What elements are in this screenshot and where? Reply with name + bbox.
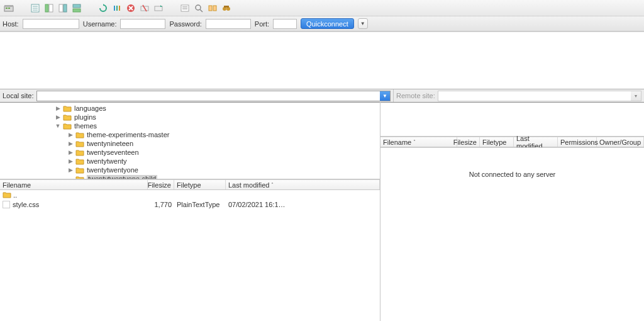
svg-rect-31 [213,6,216,11]
file-size: 1,770 [148,201,174,208]
svg-rect-9 [49,4,53,12]
folder-icon [3,191,11,198]
cancel-icon[interactable] [125,3,136,14]
quickconnect-bar: Host: Username: Password: Port: Quickcon… [0,16,644,31]
folder-icon [75,167,84,174]
quickconnect-button[interactable]: Quickconnect [301,18,354,29]
svg-rect-25 [181,5,189,11]
rcol-filesize[interactable]: Filesize [457,137,480,147]
tree-item-label: twentyseventeen [87,149,139,156]
local-file-list-header: Filename Filesize Filetype Last modified… [0,179,380,190]
folder-icon [63,114,72,121]
tree-item[interactable]: ▶plugins [0,113,380,121]
file-icon [3,201,10,208]
folder-icon [75,149,84,156]
folder-icon [63,123,72,130]
svg-rect-1 [4,5,13,7]
local-site-label: Local site: [3,92,34,99]
rcol-owner[interactable]: Owner/Group [597,137,644,147]
port-label: Port: [255,20,269,28]
process-queue-icon[interactable] [111,3,123,14]
file-row[interactable]: .. [0,190,380,200]
chevron-right-icon[interactable]: ▶ [68,132,73,138]
local-site-combo[interactable]: ▼ [36,91,391,101]
host-label: Host: [3,20,19,28]
tree-item-label: languages [74,104,106,112]
rcol-filetype[interactable]: Filetype [480,137,514,147]
reconnect-icon[interactable] [153,3,164,14]
svg-rect-23 [155,6,162,11]
rcol-permissions[interactable]: Permissions [558,137,597,147]
col-lastmod[interactable]: Last modified˄ [226,180,380,189]
toggle-remote-tree-icon[interactable] [57,3,69,14]
remote-empty-message: Not connected to any server [469,171,556,178]
tree-item-label: twentytwentyone [87,166,138,174]
folder-icon [75,140,84,147]
local-tree-pane[interactable]: ▶languages▶plugins▼themes▶theme-experime… [0,102,380,179]
tree-item[interactable]: twentytwentyone-child [0,174,380,179]
remote-tree-pane [380,102,644,137]
folder-icon [75,132,84,138]
username-input[interactable] [120,19,165,29]
disconnect-icon[interactable] [139,3,150,14]
toggle-local-tree-icon[interactable] [43,3,55,14]
svg-rect-3 [8,8,10,9]
tree-item[interactable]: ▶twentyseventeen [0,148,380,157]
svg-rect-13 [73,9,80,12]
search-icon[interactable] [193,3,204,14]
file-name: .. [13,191,17,199]
tree-item-label: theme-experiments-master [87,131,169,138]
site-manager-icon[interactable] [3,3,14,14]
rcol-lastmod[interactable]: Last modified [514,137,558,147]
main-toolbar [0,0,644,16]
chevron-right-icon[interactable]: ▶ [68,140,73,147]
site-path-row: Local site: ▼ Remote site: ▾ [0,89,644,102]
svg-rect-34 [224,6,229,8]
tree-item-label: twentynineteen [87,140,133,147]
col-filetype[interactable]: Filetype [174,180,226,189]
col-filename[interactable]: Filename [0,180,148,189]
file-row[interactable]: style.css1,770PlainTextType07/02/2021 16… [0,200,380,209]
chevron-right-icon[interactable]: ▶ [68,167,73,173]
rcol-filename[interactable]: Filename˄ [380,137,457,147]
message-log-pane [0,31,644,89]
password-label: Password: [169,20,201,28]
host-input[interactable] [23,19,79,29]
svg-rect-12 [73,4,80,8]
sort-asc-icon: ˄ [271,182,274,188]
chevron-right-icon[interactable]: ▶ [55,114,60,120]
chevron-down-icon[interactable]: ▼ [55,123,60,129]
col-filesize[interactable]: Filesize [148,180,174,189]
tree-item-label: themes [74,122,97,130]
file-type: PlainTextType [174,201,226,208]
binoculars-icon[interactable] [221,3,232,14]
tree-item[interactable]: ▶languages [0,104,380,113]
tree-item[interactable]: ▼themes [0,121,380,130]
remote-file-list-header: Filename˄ Filesize Filetype Last modifie… [380,137,644,147]
refresh-icon[interactable] [97,3,109,14]
quickconnect-dropdown[interactable]: ▼ [358,18,368,29]
toggle-log-icon[interactable] [30,3,41,14]
password-input[interactable] [206,19,251,29]
local-file-list[interactable]: ..style.css1,770PlainTextType07/02/2021 … [0,190,380,321]
filter-icon[interactable] [179,3,191,14]
tree-item[interactable]: ▶twentynineteen [0,139,380,148]
port-input[interactable] [273,19,297,29]
svg-point-28 [196,5,201,10]
chevron-right-icon[interactable]: ▶ [55,105,60,111]
svg-rect-30 [209,6,212,11]
tree-item[interactable]: ▶theme-experiments-master [0,130,380,139]
compare-icon[interactable] [207,3,218,14]
remote-file-list: Not connected to any server [380,147,644,321]
username-label: Username: [83,20,117,28]
chevron-right-icon[interactable]: ▶ [68,158,73,164]
chevron-right-icon[interactable]: ▶ [68,149,73,155]
file-name: style.css [13,201,39,208]
tree-item[interactable]: ▶twentytwenty [0,157,380,166]
toggle-queue-icon[interactable] [71,3,82,14]
svg-rect-10 [59,4,63,12]
svg-rect-2 [6,8,8,9]
remote-site-combo[interactable]: ▾ [438,91,641,101]
svg-line-29 [200,9,203,12]
tree-item[interactable]: ▶twentytwentyone [0,166,380,174]
